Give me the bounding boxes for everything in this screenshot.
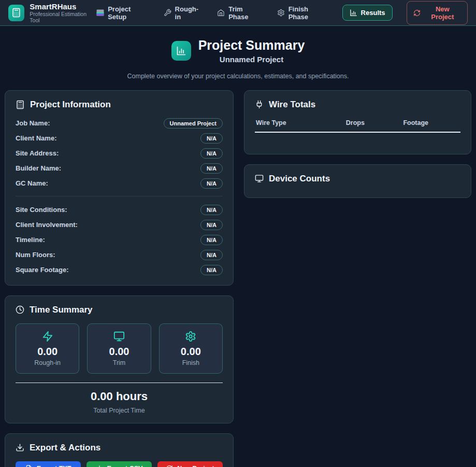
- nav-item-trim-phase[interactable]: Trim Phase: [217, 5, 263, 21]
- card-title: Time Summary: [30, 305, 93, 315]
- value-badge: N/A: [200, 205, 223, 215]
- stat-label: Finish: [164, 359, 218, 366]
- column-header-drops: Drops: [346, 119, 403, 126]
- app-subtitle: Professional Estimation Tool: [30, 11, 96, 23]
- app-title: SmartRHaus: [30, 2, 96, 11]
- wrench-icon: [164, 9, 171, 17]
- project-name-subtitle: Unnamed Project: [198, 55, 305, 64]
- button-label: New Project: [177, 465, 214, 467]
- stat-trim: 0.00 Trim: [87, 323, 151, 374]
- nav-item-label: Finish Phase: [289, 5, 328, 21]
- info-label: Timeline:: [16, 236, 45, 244]
- info-label: Client Name:: [16, 134, 56, 142]
- value-badge: N/A: [200, 220, 223, 230]
- time-summary-card: Time Summary 0.00 Rough-in 0.00 Trim 0.0…: [5, 295, 234, 423]
- card-title: Wire Totals: [269, 100, 315, 110]
- wire-totals-table-header: Wire Type Drops Footage: [255, 118, 460, 133]
- app-logo: [8, 5, 24, 21]
- info-row-builder-name: Builder Name: N/A: [16, 163, 223, 174]
- new-project-label: New Project: [424, 5, 461, 21]
- monitor-icon: [92, 331, 146, 342]
- gear-icon: [277, 9, 285, 17]
- info-label: Builder Name:: [16, 164, 61, 172]
- divider: [16, 383, 223, 383]
- value-badge: N/A: [200, 163, 223, 174]
- column-header-footage: Footage: [403, 119, 460, 126]
- download-icon: [96, 465, 103, 467]
- calculator-icon: [11, 8, 21, 18]
- export-txt-button[interactable]: Export TXT: [16, 461, 81, 467]
- stat-value: 0.00: [92, 346, 146, 358]
- column-header-wire-type: Wire Type: [256, 119, 346, 126]
- total-hours-label: Total Project Time: [16, 407, 223, 414]
- nav-item-rough-in[interactable]: Rough-in: [164, 5, 204, 21]
- value-badge: N/A: [200, 133, 223, 144]
- total-hours-value: 0.00 hours: [16, 390, 223, 403]
- value-badge: Unnamed Project: [164, 118, 223, 129]
- results-label: Results: [361, 9, 385, 17]
- divider: [16, 196, 223, 196]
- home-icon: [217, 9, 225, 17]
- info-row-client-involvement: Client Involvement: N/A: [16, 220, 223, 230]
- card-title: Export & Actions: [30, 443, 100, 453]
- button-label: Export TXT: [37, 465, 71, 467]
- clock-icon: [16, 305, 24, 314]
- results-button[interactable]: Results: [342, 5, 393, 21]
- file-text-icon: [25, 465, 33, 467]
- info-row-site-address: Site Address: N/A: [16, 148, 223, 159]
- info-row-client-name: Client Name: N/A: [16, 133, 223, 144]
- brand: SmartRHaus Professional Estimation Tool: [8, 2, 96, 23]
- wire-totals-card: Wire Totals Wire Type Drops Footage: [244, 90, 471, 154]
- device-counts-card: Device Counts: [244, 164, 471, 198]
- nav-item-label: Trim Phase: [228, 5, 263, 21]
- info-row-square-footage: Square Footage: N/A: [16, 265, 223, 275]
- refresh-icon: [166, 465, 173, 467]
- download-icon: [16, 443, 24, 452]
- refresh-icon: [413, 9, 421, 17]
- info-row-gc-name: GC Name: N/A: [16, 178, 223, 189]
- nav-item-label: Project Setup: [108, 5, 149, 21]
- nav-item-finish-phase[interactable]: Finish Phase: [277, 5, 328, 21]
- value-badge: N/A: [200, 148, 223, 159]
- value-badge: N/A: [200, 250, 223, 260]
- gear-icon: [164, 331, 218, 342]
- new-project-nav-button[interactable]: New Project: [407, 1, 468, 25]
- new-project-action-button[interactable]: New Project: [157, 461, 223, 467]
- top-nav: SmartRHaus Professional Estimation Tool …: [0, 0, 476, 26]
- plug-icon: [255, 100, 264, 109]
- export-actions-card: Export & Actions Export TXT Export CSV N…: [5, 433, 234, 467]
- button-label: Export CSV: [107, 465, 143, 467]
- window-stripes-icon: [96, 9, 104, 16]
- summary-icon-tile: [171, 41, 191, 61]
- stat-rough-in: 0.00 Rough-in: [16, 323, 79, 374]
- info-label: Site Conditions:: [16, 206, 67, 214]
- stat-label: Trim: [92, 359, 146, 366]
- info-label: Client Involvement:: [16, 221, 78, 229]
- value-badge: N/A: [200, 235, 223, 245]
- info-label: Num Floors:: [16, 251, 55, 259]
- value-badge: N/A: [200, 265, 223, 275]
- calculator-icon: [16, 100, 25, 109]
- stat-label: Rough-in: [20, 359, 75, 366]
- info-row-site-conditions: Site Conditions: N/A: [16, 205, 223, 215]
- wire-totals-table-body: [255, 141, 460, 145]
- info-label: Site Address:: [16, 149, 59, 157]
- info-label: Job Name:: [16, 119, 50, 127]
- info-row-num-floors: Num Floors: N/A: [16, 250, 223, 260]
- info-label: Square Footage:: [16, 266, 69, 274]
- stat-finish: 0.00 Finish: [159, 323, 223, 374]
- page-description: Complete overview of your project calcul…: [0, 73, 476, 80]
- page-header: Project Summary Unnamed Project Complete…: [0, 26, 476, 80]
- nav-item-project-setup[interactable]: Project Setup: [96, 5, 149, 21]
- lightning-icon: [20, 331, 75, 342]
- value-badge: N/A: [200, 178, 223, 189]
- card-title: Project Information: [30, 100, 111, 110]
- export-csv-button[interactable]: Export CSV: [86, 461, 152, 467]
- info-row-timeline: Timeline: N/A: [16, 235, 223, 245]
- stat-value: 0.00: [164, 346, 218, 358]
- stat-value: 0.00: [20, 346, 75, 358]
- bar-chart-icon: [350, 9, 357, 17]
- info-row-job-name: Job Name: Unnamed Project: [16, 118, 223, 129]
- nav-item-label: Rough-in: [175, 5, 204, 21]
- card-title: Device Counts: [269, 174, 330, 184]
